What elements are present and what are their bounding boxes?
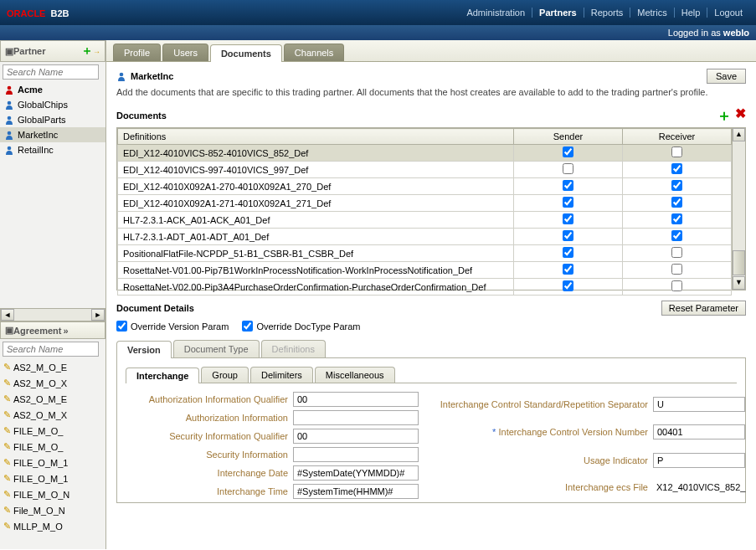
tab-profile[interactable]: Profile [113, 44, 161, 61]
field-input[interactable] [293, 465, 419, 481]
receiver-checkbox[interactable] [671, 146, 682, 157]
field-input[interactable] [293, 410, 419, 425]
partner-globalparts[interactable]: GlobalParts [0, 112, 105, 127]
delete-document-icon[interactable]: ✖ [735, 105, 746, 126]
table-row[interactable]: PositionalFlatFile-NCPDP_51-B1_CSBR-B1_C… [118, 245, 732, 262]
agreement-item[interactable]: ✎FILE_O_M_1 [0, 470, 105, 486]
field-label: Interchange Date [126, 468, 293, 478]
agreement-item[interactable]: ✎AS2_O_M_X [0, 407, 105, 423]
receiver-checkbox[interactable] [671, 213, 682, 224]
field-input[interactable] [293, 484, 419, 499]
app-header: ORACLEB2B AdministrationPartnersReportsM… [0, 0, 756, 25]
nav-help[interactable]: Help [675, 8, 708, 18]
svg-point-2 [8, 116, 12, 121]
field-input[interactable] [293, 429, 419, 444]
receiver-checkbox[interactable] [671, 280, 682, 291]
pencil-icon: ✎ [3, 521, 11, 532]
override-doctype-checkbox[interactable]: Override DocType Param [242, 321, 360, 332]
agreement-search-input[interactable] [3, 342, 99, 357]
agreement-item[interactable]: ✎FILE_O_M_1 [0, 455, 105, 470]
field-label: Security Information [126, 450, 293, 460]
table-row[interactable]: EDI_X12-4010VICS-997-4010VICS_997_Def [118, 162, 732, 178]
sidebar-hscroll[interactable]: ◄► [0, 308, 105, 321]
table-row[interactable]: RosettaNet-V02.00-Pip3A4PurchaseOrderCon… [118, 279, 732, 296]
field-input[interactable] [653, 397, 745, 412]
login-status: Logged in as weblo [0, 25, 756, 40]
pencil-icon: ✎ [3, 505, 11, 516]
reset-parameter-button[interactable]: Reset Parameter [661, 301, 746, 316]
nav-administration[interactable]: Administration [460, 8, 532, 18]
table-row[interactable]: HL7-2.3.1-ACK_A01-ACK_A01_Def [118, 212, 732, 229]
collapse-icon[interactable]: ▣ [5, 325, 13, 336]
table-vscroll[interactable]: ▲▼ [732, 128, 745, 290]
receiver-checkbox[interactable] [671, 180, 682, 191]
agreement-item[interactable]: ✎AS2_M_O_X [0, 375, 105, 391]
agreement-item[interactable]: ✎File_M_O_N [0, 502, 105, 518]
sender-checkbox[interactable] [563, 163, 573, 174]
save-button[interactable]: Save [707, 69, 746, 84]
nav-partners[interactable]: Partners [532, 8, 584, 18]
agreement-item[interactable]: ✎AS2_M_O_E [0, 359, 105, 375]
person-icon [4, 100, 14, 110]
pencil-icon: ✎ [3, 393, 11, 404]
agreement-item[interactable]: ✎FILE_M_O_ [0, 439, 105, 455]
innertab-group[interactable]: Group [201, 367, 249, 383]
sender-checkbox[interactable] [563, 146, 573, 157]
table-row[interactable]: EDI_X12-4010VICS-852-4010VICS_852_Def [118, 145, 732, 162]
sidebar: ▣ Partner ＋→ AcmeGlobalChipsGlobalPartsM… [0, 40, 106, 549]
subtab-version[interactable]: Version [116, 341, 172, 358]
nav-metrics[interactable]: Metrics [630, 8, 674, 18]
table-row[interactable]: RosettaNet-V01.00-Pip7B1WorkInProcessNot… [118, 262, 732, 279]
sender-checkbox[interactable] [563, 180, 573, 191]
innertab-interchange[interactable]: Interchange [126, 368, 199, 383]
col-receiver[interactable]: Receiver [623, 129, 732, 145]
field-input[interactable] [293, 447, 419, 462]
sender-checkbox[interactable] [563, 230, 573, 241]
table-row[interactable]: HL7-2.3.1-ADT_A01-ADT_A01_Def [118, 229, 732, 245]
svg-point-5 [120, 73, 124, 77]
logo: ORACLEB2B [7, 5, 69, 20]
agreement-item[interactable]: ✎AS2_O_M_E [0, 391, 105, 407]
receiver-checkbox[interactable] [671, 197, 682, 208]
partner-marketinc[interactable]: MarketInc [0, 127, 105, 142]
partner-globalchips[interactable]: GlobalChips [0, 97, 105, 112]
sender-checkbox[interactable] [563, 197, 573, 208]
field-input[interactable] [653, 453, 745, 468]
sender-checkbox[interactable] [563, 264, 573, 275]
nav-logout[interactable]: Logout [707, 8, 749, 18]
receiver-checkbox[interactable] [671, 230, 682, 241]
subtab-document-type[interactable]: Document Type [173, 340, 260, 357]
partner-retailinc[interactable]: RetailInc [0, 142, 105, 157]
col-sender[interactable]: Sender [514, 129, 623, 145]
innertab-miscellaneous[interactable]: Miscellaneous [315, 367, 395, 383]
agreement-item[interactable]: ✎FILE_M_O_N [0, 486, 105, 502]
innertab-delimiters[interactable]: Delimiters [250, 367, 313, 383]
agreement-item[interactable]: ✎FILE_M_O_ [0, 423, 105, 439]
tab-users[interactable]: Users [162, 44, 208, 61]
table-row[interactable]: EDI_X12-4010X092A1-271-4010X092A1_271_De… [118, 195, 732, 212]
tab-documents[interactable]: Documents [210, 44, 282, 62]
collapse-icon[interactable]: ▣ [5, 46, 13, 57]
tab-channels[interactable]: Channels [284, 44, 344, 61]
nav-reports[interactable]: Reports [584, 8, 631, 18]
receiver-checkbox[interactable] [671, 264, 682, 275]
override-version-checkbox[interactable]: Override Version Param [116, 321, 229, 332]
table-row[interactable]: EDI_X12-4010X092A1-270-4010X092A1_270_De… [118, 178, 732, 195]
receiver-checkbox[interactable] [671, 163, 682, 174]
partner-panel-head: ▣ Partner ＋→ [0, 40, 105, 62]
sender-checkbox[interactable] [563, 247, 573, 258]
field-input[interactable] [293, 392, 419, 407]
add-partner-icon[interactable]: ＋→ [81, 44, 100, 59]
partner-acme[interactable]: Acme [0, 82, 105, 97]
sender-checkbox[interactable] [563, 213, 573, 224]
col-definitions[interactable]: Definitions [118, 129, 514, 145]
partner-search-input[interactable] [3, 64, 99, 80]
add-document-icon[interactable]: ＋ [717, 105, 732, 126]
content-area: ProfileUsersDocumentsChannels MarketInc … [106, 40, 756, 549]
receiver-checkbox[interactable] [671, 247, 682, 258]
sender-checkbox[interactable] [563, 280, 573, 291]
agreement-item[interactable]: ✎MLLP_M_O [0, 518, 105, 534]
page-title: MarketInc [116, 71, 173, 81]
agreement-panel-head: ▣ Agreement» [0, 321, 105, 339]
field-input[interactable] [653, 424, 745, 439]
